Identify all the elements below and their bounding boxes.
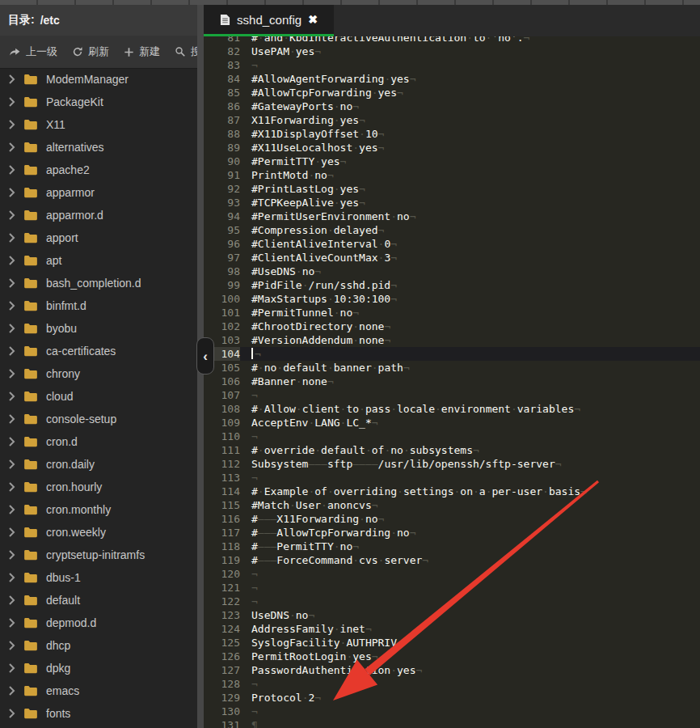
code-area[interactable]: 81#·and·KbdInteractiveAuthentication·to·… <box>204 5 700 728</box>
code-text: #TCPKeepAlive·yes¬ <box>251 196 365 210</box>
code-line[interactable]: 116#———X11Forwarding·no¬ <box>204 512 700 526</box>
code-line[interactable]: 130¬ <box>204 705 700 718</box>
code-line[interactable]: 120¬ <box>204 567 700 581</box>
code-line[interactable]: 83¬ <box>204 58 700 72</box>
code-line[interactable]: 88#X11DisplayOffset·10¬ <box>204 127 700 141</box>
code-line[interactable]: 131¶ <box>204 718 700 728</box>
code-line[interactable]: 107¬ <box>204 388 700 402</box>
folder-item-depmod.d[interactable]: depmod.d <box>0 612 197 634</box>
collapse-sidebar-button[interactable]: ‹ <box>196 337 214 375</box>
code-line[interactable]: 114#·Example·of·overriding·settings·on·a… <box>204 485 700 498</box>
folder-name: bash_completion.d <box>46 277 141 290</box>
folder-item-X11[interactable]: X11 <box>0 113 197 136</box>
code-line[interactable]: 89#X11UseLocalhost·yes¬ <box>204 141 700 154</box>
folder-item-dbus-1[interactable]: dbus-1 <box>0 566 197 589</box>
code-text: #X11UseLocalhost·yes¬ <box>251 141 384 154</box>
folder-item-bash_completion.d[interactable]: bash_completion.d <box>0 272 197 294</box>
folder-item-apport[interactable]: apport <box>0 226 197 249</box>
folder-item-fonts[interactable]: fonts <box>0 702 197 725</box>
toolbar-new-button[interactable]: 新建 <box>116 41 167 62</box>
code-line[interactable]: 115#Match·User·anoncvs¬ <box>204 498 700 512</box>
folder-item-apparmor[interactable]: apparmor <box>0 181 197 204</box>
code-line[interactable]: 125SyslogFacility·AUTHPRIV¬ <box>204 636 700 650</box>
code-line[interactable]: 85#AllowTcpForwarding·yes¬ <box>204 86 700 99</box>
tab-sshd-config[interactable]: sshd_config ✖ <box>204 5 334 34</box>
code-line[interactable]: 118#———PermitTTY·no¬ <box>204 540 700 553</box>
folder-item-dhcp[interactable]: dhcp <box>0 634 197 657</box>
code-line[interactable]: 99#PidFile·/run/sshd.pid¬ <box>204 278 700 292</box>
chevron-right-icon <box>8 346 15 356</box>
code-line[interactable]: 95#Compression·delayed¬ <box>204 223 700 237</box>
code-line[interactable]: 94#PermitUserEnvironment·no¬ <box>204 210 700 223</box>
code-line[interactable]: 123UseDNS·no¬ <box>204 608 700 622</box>
code-line[interactable]: 128¬ <box>204 677 700 691</box>
code-line[interactable]: 90#PermitTTY·yes¬ <box>204 154 700 168</box>
code-line[interactable]: 101#PermitTunnel·no¬ <box>204 306 700 320</box>
code-line[interactable]: 87X11Forwarding·yes¬ <box>204 113 700 127</box>
code-line[interactable]: 109AcceptEnv·LANG·LC_*¬ <box>204 416 700 430</box>
code-line[interactable]: 100#MaxStartups·10:30:100¬ <box>204 292 700 306</box>
code-line[interactable]: 113¬ <box>204 471 700 485</box>
close-tab-icon[interactable]: ✖ <box>308 13 318 26</box>
code-line[interactable]: 110¬ <box>204 430 700 443</box>
code-line[interactable]: 97#ClientAliveCountMax·3¬ <box>204 251 700 265</box>
code-line[interactable]: 117#———AllowTcpForwarding·no¬ <box>204 526 700 540</box>
code-line[interactable]: 126PermitRootLogin·yes¬ <box>204 650 700 663</box>
folder-item-cloud[interactable]: cloud <box>0 385 197 408</box>
folder-name: cron.daily <box>46 458 95 471</box>
folder-item-default[interactable]: default <box>0 589 197 612</box>
folder-item-dpkg[interactable]: dpkg <box>0 657 197 679</box>
code-line[interactable]: 129Protocol·2¬ <box>204 691 700 705</box>
folder-icon <box>23 685 38 696</box>
folder-item-apt[interactable]: apt <box>0 249 197 272</box>
code-line[interactable]: 86#GatewayPorts·no¬ <box>204 99 700 113</box>
code-line[interactable]: 96#ClientAliveInterval·0¬ <box>204 237 700 251</box>
code-line[interactable]: 98#UseDNS·no¬ <box>204 265 700 278</box>
folder-item-cryptsetup-initramfs[interactable]: cryptsetup-initramfs <box>0 544 197 566</box>
folder-item-cron.hourly[interactable]: cron.hourly <box>0 476 197 498</box>
folder-name: dpkg <box>46 662 70 675</box>
code-line[interactable]: 119#———ForceCommand·cvs·server¬ <box>204 553 700 567</box>
folder-item-cron.weekly[interactable]: cron.weekly <box>0 521 197 544</box>
folder-item-byobu[interactable]: byobu <box>0 317 197 340</box>
code-line[interactable]: 103#VersionAddendum·none¬ <box>204 333 700 347</box>
code-line[interactable]: 111#·override·default·of·no·subsystems¬ <box>204 443 700 457</box>
folder-item-PackageKit[interactable]: PackageKit <box>0 91 197 113</box>
code-line[interactable]: 108#·Allow·client·to·pass·locale·environ… <box>204 402 700 416</box>
code-line[interactable]: 127PasswordAuthentication·yes¬ <box>204 663 700 677</box>
folder-item-cron.daily[interactable]: cron.daily <box>0 453 197 476</box>
folder-list: ModemManagerPackageKitX11alternativesapa… <box>0 68 197 728</box>
folder-item-ModemManager[interactable]: ModemManager <box>0 68 197 91</box>
code-line[interactable]: 91PrintMotd·no¬ <box>204 168 700 182</box>
chevron-right-icon <box>8 709 15 718</box>
code-line[interactable]: 92#PrintLastLog·yes¬ <box>204 182 700 196</box>
folder-item-cron.monthly[interactable]: cron.monthly <box>0 498 197 521</box>
toolbar-up-level-button[interactable]: 上一级 <box>2 41 65 62</box>
chevron-right-icon <box>8 618 15 628</box>
folder-item-ca-certificates[interactable]: ca-certificates <box>0 340 197 362</box>
folder-item-chrony[interactable]: chrony <box>0 362 197 385</box>
code-line[interactable]: 122¬ <box>204 595 700 608</box>
folder-item-emacs[interactable]: emacs <box>0 679 197 702</box>
code-line[interactable]: 82UsePAM·yes¬ <box>204 44 700 58</box>
folder-name: cloud <box>46 390 73 403</box>
folder-item-binfmt.d[interactable]: binfmt.d <box>0 294 197 317</box>
folder-item-console-setup[interactable]: console-setup <box>0 408 197 430</box>
folder-item-cron.d[interactable]: cron.d <box>0 430 197 453</box>
code-text: #PermitUserEnvironment·no¬ <box>251 210 416 223</box>
code-line[interactable]: 84#AllowAgentForwarding·yes¬ <box>204 72 700 86</box>
code-line[interactable]: 104¬ <box>204 347 700 361</box>
code-line[interactable]: 93#TCPKeepAlive·yes¬ <box>204 196 700 210</box>
folder-item-alternatives[interactable]: alternatives <box>0 136 197 159</box>
code-line[interactable]: 124AddressFamily·inet¬ <box>204 622 700 636</box>
line-number: 83 <box>204 58 240 72</box>
code-line[interactable]: 102#ChrootDirectory·none¬ <box>204 320 700 333</box>
code-line[interactable]: 112Subsystem———sftp————/usr/lib/openssh/… <box>204 457 700 471</box>
folder-item-apparmor.d[interactable]: apparmor.d <box>0 204 197 226</box>
code-line[interactable]: 105#·no·default·banner·path¬ <box>204 361 700 375</box>
code-line[interactable]: 121¬ <box>204 581 700 595</box>
code-line[interactable]: 106#Banner·none¬ <box>204 375 700 388</box>
toolbar-refresh-button[interactable]: 刷新 <box>65 41 116 62</box>
code-text: ¬ <box>251 581 258 595</box>
folder-item-apache2[interactable]: apache2 <box>0 159 197 181</box>
